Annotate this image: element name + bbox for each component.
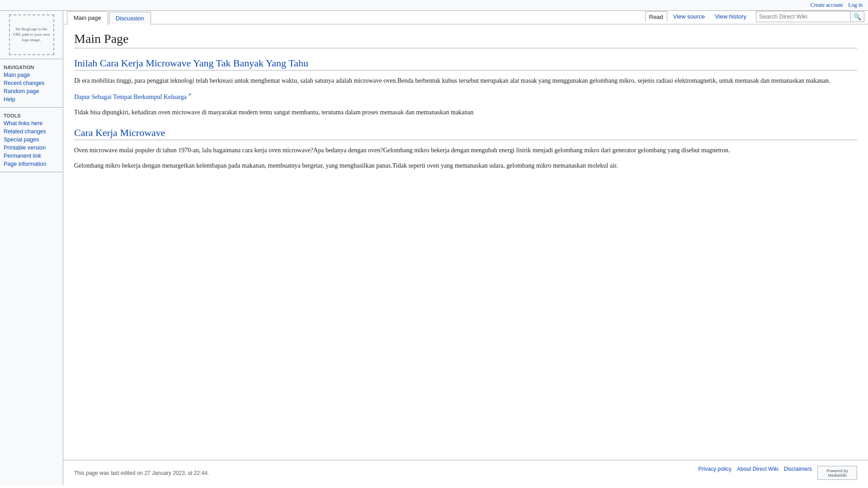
about-link[interactable]: About Direct Wiki [737, 466, 778, 480]
create-account-link[interactable]: Create account [811, 2, 843, 9]
section-1-paragraph-1: Di era mobilitas tinggi, para penggiat t… [74, 76, 857, 86]
sidebar-item-special-pages[interactable]: Special pages [0, 136, 63, 144]
tab-bar: Main page Discussion Read View source Vi… [63, 11, 868, 24]
sidebar-item-what-links-here[interactable]: What links here [0, 119, 63, 127]
logo-area: Set $wgLogo to the URL path to your own … [0, 11, 63, 59]
logo-placeholder-text: Set $wgLogo to the URL path to your own … [12, 27, 52, 42]
sidebar-item-permanent-link[interactable]: Permanent link [0, 152, 63, 160]
tab-discussion[interactable]: Discussion [109, 12, 151, 24]
tab-bar-left: Main page Discussion [67, 11, 152, 24]
footer: This page was last edited on 27 January … [63, 460, 868, 485]
section-1-paragraph-2: Tidak bisa dipungkiri, kehadiran oven mi… [74, 108, 857, 117]
tools-title: Tools [0, 111, 63, 119]
page-title: Main Page [74, 32, 857, 48]
section-2-paragraph-2: Gelombang mikro bekerja dengan menargetk… [74, 161, 857, 171]
tab-read[interactable]: Read [645, 11, 667, 22]
powered-by: Powered byMediaWiki [817, 466, 857, 480]
tab-main-page[interactable]: Main page [67, 11, 108, 24]
section-1-heading: Inilah Cara Kerja Microwave Yang Tak Ban… [74, 57, 857, 70]
sidebar-item-page-information[interactable]: Page information [0, 160, 63, 168]
tab-view-source[interactable]: View source [669, 11, 709, 22]
sidebar-item-main-page[interactable]: Main page [0, 71, 63, 79]
search-box: 🔍 [756, 11, 864, 22]
last-edited-text: This page was last edited on 27 January … [74, 470, 209, 476]
footer-left: This page was last edited on 27 January … [74, 470, 209, 476]
search-button[interactable]: 🔍 [851, 11, 864, 22]
disclaimers-link[interactable]: Disclaimers [784, 466, 812, 480]
sidebar: Set $wgLogo to the URL path to your own … [0, 11, 63, 485]
dapur-link[interactable]: Dapur Sebagai Tempat Berkumpul Keluarga [74, 94, 191, 100]
section-1-link-paragraph: Dapur Sebagai Tempat Berkumpul Keluarga [74, 91, 857, 102]
navigation-section: Navigation Main page Recent changes Rand… [0, 59, 63, 108]
tab-view-history[interactable]: View history [711, 11, 750, 22]
logo-image: Set $wgLogo to the URL path to your own … [9, 14, 54, 55]
top-bar: Create account Log in [0, 0, 868, 11]
sidebar-item-random-page[interactable]: Random page [0, 87, 63, 95]
page-wrapper: Set $wgLogo to the URL path to your own … [0, 11, 868, 485]
search-input[interactable] [756, 11, 851, 22]
sidebar-item-printable-version[interactable]: Printable version [0, 144, 63, 152]
footer-links: Privacy policy About Direct Wiki Disclai… [698, 466, 857, 480]
powered-by-text: Powered byMediaWiki [826, 469, 848, 478]
section-2-heading: Cara Kerja Microwave [74, 127, 857, 140]
powered-by-badge: Powered byMediaWiki [817, 466, 857, 480]
content-wrapper: Main page Discussion Read View source Vi… [63, 11, 868, 485]
main-content: Main Page Inilah Cara Kerja Microwave Ya… [63, 24, 868, 460]
sidebar-item-help[interactable]: Help [0, 95, 63, 103]
navigation-title: Navigation [0, 63, 63, 71]
tab-bar-right: Read View source View history 🔍 [645, 11, 865, 24]
privacy-policy-link[interactable]: Privacy policy [698, 466, 731, 480]
log-in-link[interactable]: Log in [848, 2, 863, 9]
sidebar-item-recent-changes[interactable]: Recent changes [0, 79, 63, 87]
sidebar-item-related-changes[interactable]: Related changes [0, 127, 63, 136]
tools-section: Tools What links here Related changes Sp… [0, 108, 63, 172]
section-2-paragraph-1: Oven microwave mulai populer di tahun 19… [74, 145, 857, 155]
